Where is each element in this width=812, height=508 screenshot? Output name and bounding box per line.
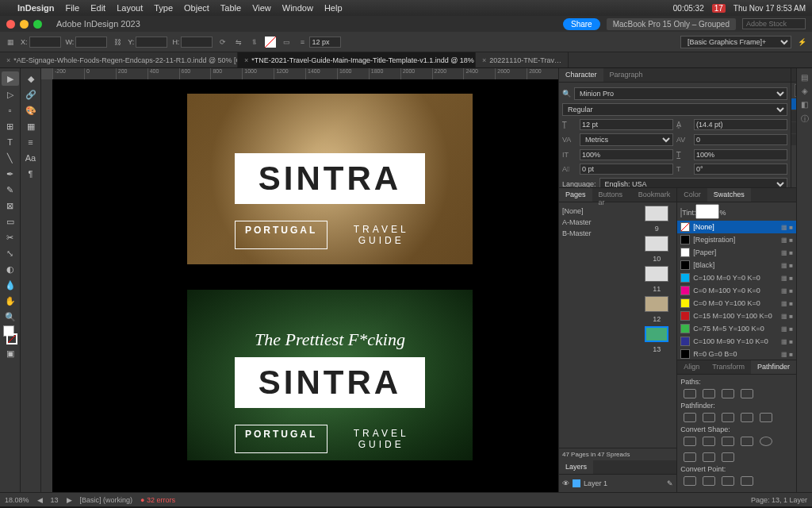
shape-polygon-icon[interactable] <box>703 452 715 462</box>
pf-subtract-icon[interactable] <box>703 413 715 422</box>
zoom-tool[interactable]: 🔍 <box>2 310 19 324</box>
leading-input[interactable] <box>694 119 787 130</box>
zoom-level[interactable]: 18.08% <box>5 496 29 504</box>
pasteboard[interactable]: SINTRA PORTUGALTRAVEL GUIDE The Pretties… <box>52 79 558 492</box>
shape-rounded-icon[interactable] <box>703 437 715 446</box>
swatch-row[interactable]: [None]▦■ <box>677 221 796 233</box>
swatch-row[interactable]: C=100 M=90 Y=10 K=0▦■ <box>677 335 796 348</box>
point-plain-icon[interactable] <box>684 476 696 486</box>
tab-pathfinder[interactable]: Pathfinder <box>751 360 796 374</box>
page-thumb-selected[interactable] <box>645 326 668 342</box>
swatch-row[interactable]: C=0 M=100 Y=0 K=0▦■ <box>677 284 796 297</box>
error-icon[interactable]: ● <box>140 496 144 504</box>
cc-libraries-icon[interactable]: ◆ <box>22 71 40 86</box>
document-canvas[interactable]: -200020040060080010001200140016001800200… <box>41 68 558 492</box>
shape-bevel-icon[interactable] <box>722 437 734 446</box>
font-style-select[interactable]: Regular <box>562 103 787 116</box>
rectangle-tool[interactable]: ▭ <box>2 214 19 229</box>
point-smooth-icon[interactable] <box>722 476 734 486</box>
menu-window[interactable]: Window <box>282 3 313 13</box>
menu-table[interactable]: Table <box>220 3 241 13</box>
window-zoom-icon[interactable] <box>33 20 42 29</box>
flip-h-icon[interactable]: ⇋ <box>233 37 244 48</box>
master-none[interactable]: [None] <box>562 206 634 217</box>
path-open-icon[interactable] <box>703 389 715 398</box>
glyphs-icon[interactable]: Aa <box>22 151 40 165</box>
stroke-icon[interactable]: ▭ <box>281 37 292 48</box>
spread-13[interactable]: The Prettiest F*cking SINTRA PORTUGALTRA… <box>187 290 473 460</box>
stroke-panel-icon[interactable]: ≡ <box>22 135 40 149</box>
reference-point-icon[interactable]: ▦ <box>5 37 16 48</box>
font-family-select[interactable]: Minion Pro <box>574 87 787 100</box>
cc-lib-icon[interactable]: ◈ <box>802 87 808 95</box>
page-thumb[interactable] <box>645 236 668 252</box>
skew-input[interactable] <box>694 164 787 175</box>
view-mode-tool[interactable]: ▣ <box>2 346 19 360</box>
menu-layout[interactable]: Layout <box>117 3 143 13</box>
swatch-row[interactable]: [Registration]▦■ <box>677 233 796 246</box>
properties-icon[interactable]: ▤ <box>801 73 808 82</box>
ruler-vertical[interactable] <box>41 79 52 492</box>
line-tool[interactable]: ╲ <box>2 151 19 165</box>
swatch-row[interactable]: [Black]▦■ <box>677 259 796 271</box>
tab-bookmarks[interactable]: Bookmark <box>632 188 677 202</box>
swatch-row[interactable]: R=0 G=0 B=0▦■ <box>677 348 796 360</box>
close-tab-icon[interactable]: × <box>482 56 486 64</box>
flip-v-icon[interactable]: ⥮ <box>249 37 260 48</box>
info-icon[interactable]: ⓘ <box>801 114 809 125</box>
menu-object[interactable]: Object <box>184 3 209 13</box>
selection-tool[interactable]: ▶ <box>2 71 19 86</box>
swatch-row[interactable]: [Paper]▦■ <box>677 246 796 259</box>
stock-search-input[interactable] <box>742 18 806 29</box>
text-wrap-icon[interactable]: ◧ <box>801 100 808 109</box>
tab-buttons[interactable]: Buttons ar <box>592 188 632 202</box>
window-minimize-icon[interactable] <box>20 20 29 29</box>
links-icon[interactable]: 🔗 <box>22 87 40 102</box>
tab-layers[interactable]: Layers <box>559 460 593 474</box>
swatch-row[interactable]: C=15 M=100 Y=100 K=0▦■ <box>677 310 796 322</box>
story-icon[interactable]: ¶ <box>22 167 40 181</box>
tab-character[interactable]: Character <box>559 68 603 82</box>
h-input[interactable] <box>181 37 213 48</box>
page-nav-next-icon[interactable]: ▶ <box>67 496 72 504</box>
eyedropper-tool[interactable]: 💧 <box>2 278 19 292</box>
baseline-input[interactable] <box>580 164 673 175</box>
share-button[interactable]: Share <box>563 18 600 30</box>
swatch-row[interactable]: C=0 M=0 Y=100 K=0▦■ <box>677 297 796 310</box>
type-tool[interactable]: T <box>2 135 19 149</box>
fill-icon[interactable] <box>265 37 276 48</box>
page-thumb[interactable] <box>645 206 668 221</box>
shape-inverse-icon[interactable] <box>741 437 753 446</box>
quick-apply-icon[interactable]: ⚡ <box>796 37 807 48</box>
master-a[interactable]: A-Master <box>562 217 634 228</box>
shape-rect-icon[interactable] <box>684 437 696 446</box>
menu-clock[interactable]: Thu Nov 17 8:53 AM <box>733 4 806 13</box>
pencil-tool[interactable]: ✎ <box>2 183 19 197</box>
workspace-switcher[interactable]: MacBook Pro 15 Only – Grouped <box>607 18 736 30</box>
swatch-row[interactable]: C=100 M=0 Y=0 K=0▦■ <box>677 271 796 284</box>
tab-swatches[interactable]: Swatches <box>707 188 751 202</box>
tab-color[interactable]: Color <box>677 188 707 202</box>
document-tab[interactable]: ×*AE-Signage-Whole-Foods-Regen-Endcaps-2… <box>0 52 238 67</box>
path-close-icon[interactable] <box>722 389 734 398</box>
swatch-row[interactable]: C=75 M=5 Y=100 K=0▦■ <box>677 322 796 335</box>
object-style-select[interactable]: [Basic Graphics Frame]+ <box>680 36 791 48</box>
hand-tool[interactable]: ✋ <box>2 294 19 308</box>
menu-help[interactable]: Help <box>324 3 343 13</box>
shape-triangle-icon[interactable] <box>684 452 696 462</box>
error-count[interactable]: 32 errors <box>147 496 175 504</box>
menu-view[interactable]: View <box>252 3 271 13</box>
master-b[interactable]: B-Master <box>562 228 634 239</box>
ruler-horizontal[interactable]: -200020040060080010001200140016001800200… <box>52 68 558 79</box>
x-input[interactable] <box>29 37 61 48</box>
page-thumb[interactable] <box>645 266 668 282</box>
constrain-icon[interactable]: ⛓ <box>112 37 123 48</box>
layer-name[interactable]: Layer 1 <box>584 479 607 487</box>
color-panel-icon[interactable]: 🎨 <box>22 103 40 117</box>
hscale-input[interactable] <box>694 149 787 160</box>
menu-edit[interactable]: Edit <box>90 3 105 13</box>
menu-type[interactable]: Type <box>154 3 173 13</box>
kerning-select[interactable]: Metrics <box>580 133 673 146</box>
pf-minus-back-icon[interactable] <box>760 413 772 422</box>
page-nav-prev-icon[interactable]: ◀ <box>37 496 43 504</box>
